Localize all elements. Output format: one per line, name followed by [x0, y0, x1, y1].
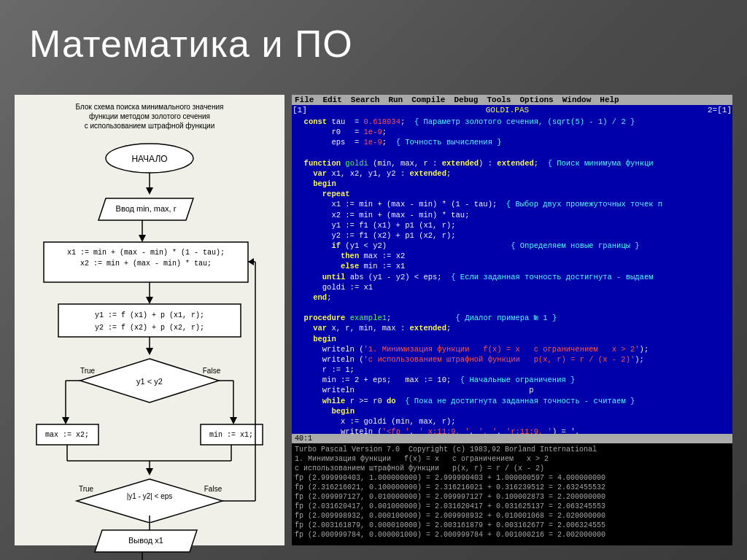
output-line-6: fp (2.009998932, 0.000100000) = 2.009998…: [295, 511, 729, 521]
editor-filename: GOLDI.PAS: [486, 106, 529, 114]
output-line-7: fp (2.003161879, 0.000010000) = 2.003161…: [295, 521, 729, 530]
title-bar-right: 2=[1]: [708, 106, 732, 114]
code-line: if (y1 < y2) { Определяем новые границы …: [295, 241, 729, 251]
menu-options[interactable]: Options: [519, 96, 553, 104]
svg-text:y1 < y2: y1 < y2: [136, 377, 163, 386]
code-line: while r >= r0 do { Пока не достигнута за…: [295, 396, 729, 406]
svg-text:Вывод x1: Вывод x1: [128, 536, 163, 545]
output-header: Turbo Pascal Version 7.0 Copyright (c) 1…: [295, 445, 729, 454]
code-line: var x, r, min, max : extended;: [295, 323, 729, 333]
svg-text:Ввод min, max, r: Ввод min, max, r: [116, 204, 177, 213]
code-line: writeln ('с использованием штрафной функ…: [295, 354, 729, 365]
editor-title-bar: [1] GOLDI.PAS 2=[1]: [292, 105, 732, 115]
code-line: r := 1;: [295, 365, 729, 375]
menu-help[interactable]: Help: [600, 96, 619, 104]
menu-tools[interactable]: Tools: [487, 96, 511, 104]
svg-text:False: False: [204, 485, 222, 493]
svg-text:x2 := min + (max - min) * tau;: x2 := min + (max - min) * tau;: [80, 260, 212, 268]
code-line: function goldi (min, max, r : extended) …: [295, 158, 729, 168]
svg-marker-12: [146, 297, 153, 304]
code-line: procedure example1; { Диалог примера № 1…: [295, 313, 729, 323]
output-line-5: fp (2.031620417, 0.001000000) = 2.031620…: [295, 502, 729, 511]
code-line: repeat: [295, 189, 729, 199]
code-line: x := goldi (min, max, r);: [295, 416, 729, 427]
menu-compile[interactable]: Compile: [411, 96, 445, 104]
code-line: min := 2 + eps; max := 10; { Начальные о…: [295, 375, 729, 385]
code-line: var x1, x2, y1, y2 : extended;: [295, 168, 729, 179]
flowchart-panel: Блок схема поиска минимального значения …: [15, 95, 285, 545]
code-panel: File Edit Search Run Compile Debug Tools…: [292, 95, 732, 545]
output-line-1: с использованием штрафной функции p(x, r…: [295, 464, 729, 473]
svg-text:False: False: [203, 367, 221, 375]
code-line: [295, 148, 729, 158]
flowchart-caption: Блок схема поиска минимального значения …: [22, 102, 277, 131]
title-bar-left: [1]: [293, 106, 307, 114]
output-line-3: fp (2.316216021, 0.100000000) = 2.316216…: [295, 483, 729, 492]
output-line-2: fp (2.999990403, 1.000000000) = 2.999990…: [295, 473, 729, 483]
svg-text:max := x2;: max := x2;: [45, 431, 89, 439]
code-line: eps = 1e-9; { Точность вычисления }: [295, 137, 729, 147]
svg-text:min := x1;: min := x1;: [209, 431, 253, 439]
code-line: x2 := min + (max - min) * tau;: [295, 210, 729, 220]
svg-marker-24: [62, 417, 69, 424]
menu-file[interactable]: File: [295, 96, 314, 104]
code-line: y1 := f1 (x1) + p1 (x1, r);: [295, 220, 729, 230]
code-line: begin: [295, 179, 729, 189]
code-line: begin: [295, 406, 729, 416]
code-line: x1 := min + (max - min) * (1 - tau); { В…: [295, 199, 729, 209]
svg-marker-36: [146, 468, 153, 475]
code-line: writeln ('1. Минимизация функции f(x) = …: [295, 344, 729, 354]
menu-edit[interactable]: Edit: [322, 96, 341, 104]
svg-marker-44: [248, 258, 254, 265]
svg-rect-13: [58, 304, 241, 337]
output-panel: Turbo Pascal Version 7.0 Copyright (c) 1…: [292, 443, 732, 545]
code-line: else min := x1: [295, 261, 729, 271]
output-line-8: fp (2.000999784, 0.000001000) = 2.000999…: [295, 530, 729, 540]
svg-marker-27: [230, 417, 237, 424]
code-line: begin: [295, 334, 729, 344]
svg-text:x1 := min + (max - min) * (1 -: x1 := min + (max - min) * (1 - tau);: [67, 249, 225, 257]
output-line-0: 1. Минимизация функции f(x) = x с ограни…: [295, 454, 729, 464]
code-line: then max := x2: [295, 251, 729, 261]
svg-text:|y1 - y2| < eps: |y1 - y2| < eps: [127, 492, 173, 500]
code-line: r0 = 1e-9;: [295, 127, 729, 137]
flowchart-diagram: НАЧАЛО Ввод min, max, r x1 := min + (max…: [22, 136, 277, 523]
code-line: writeln p: [295, 385, 729, 395]
svg-text:True: True: [80, 367, 96, 375]
code-editor[interactable]: const tau = 0.618034; { Параметр золотог…: [292, 115, 732, 434]
editor-status-bar: 40:1: [292, 434, 732, 443]
svg-marker-17: [146, 348, 153, 355]
menu-window[interactable]: Window: [562, 96, 592, 104]
code-line: const tau = 0.618034; { Параметр золотог…: [295, 117, 729, 127]
page-title: Математика и ПО: [29, 22, 353, 66]
menu-run[interactable]: Run: [388, 96, 403, 104]
svg-marker-7: [139, 235, 146, 242]
cursor-position: 40:1: [295, 435, 312, 443]
svg-text:y1 := f (x1) + p (x1, r);: y1 := f (x1) + p (x1, r);: [95, 311, 204, 319]
content-area: Блок схема поиска минимального значения …: [15, 95, 732, 545]
menu-search[interactable]: Search: [351, 96, 380, 104]
code-line: [295, 303, 729, 313]
code-line: end;: [295, 292, 729, 303]
menu-bar: File Edit Search Run Compile Debug Tools…: [292, 95, 732, 105]
output-line-4: fp (2.099997127, 0.010000000) = 2.099997…: [295, 492, 729, 502]
svg-marker-3: [146, 187, 153, 195]
code-line: until abs (y1 - y2) < eps; { Если заданн…: [295, 272, 729, 282]
code-line: writeln ('<fp ', ' x:11:9, ', ', ', 'r:1…: [295, 427, 729, 434]
svg-text:НАЧАЛО: НАЧАЛО: [131, 154, 167, 164]
svg-text:True: True: [79, 485, 94, 493]
code-line: goldi := x1: [295, 282, 729, 292]
code-line: y2 := f1 (x2) + p1 (x2, r);: [295, 230, 729, 241]
menu-debug[interactable]: Debug: [454, 96, 478, 104]
svg-text:y2 := f (x2) + p (x2, r);: y2 := f (x2) + p (x2, r);: [95, 324, 204, 332]
